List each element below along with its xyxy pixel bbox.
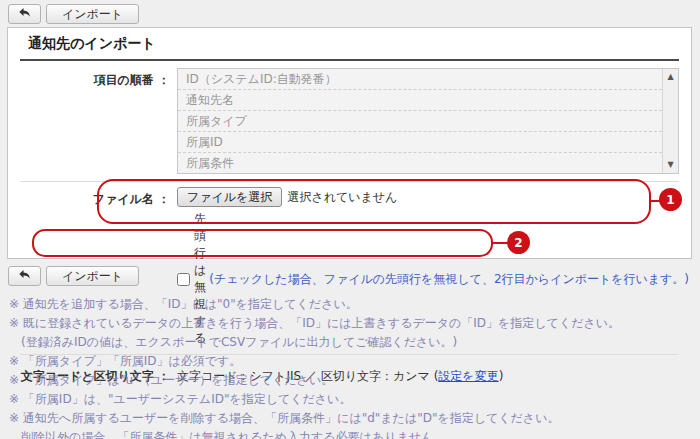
import-button-bottom[interactable]: インポート bbox=[46, 266, 139, 286]
field-order-row: 項目の順番 ： ID（システムID:自動発番） 通知先名 所属タイプ 所属ID … bbox=[8, 68, 691, 174]
ignore-first-row-checkbox[interactable] bbox=[177, 273, 190, 286]
scroll-up-icon[interactable]: ▲ bbox=[663, 72, 678, 82]
field-order-listbox[interactable]: ID（システムID:自動発番） 通知先名 所属タイプ 所属ID 所属条件 ▲ ▼ bbox=[177, 68, 679, 174]
list-item[interactable]: 所属ID bbox=[178, 132, 662, 153]
list-item[interactable]: 所属条件 bbox=[178, 153, 662, 174]
list-item[interactable]: ID（システムID:自動発番） bbox=[178, 69, 662, 90]
field-order-items: ID（システムID:自動発番） 通知先名 所属タイプ 所属ID 所属条件 bbox=[178, 69, 662, 174]
top-toolbar: インポート bbox=[8, 4, 139, 24]
choose-file-button[interactable]: ファイルを選択 bbox=[177, 187, 282, 207]
note-line: ※ 既に登録されているデータの上書きを行う場合、「ID」には上書きするデータの「… bbox=[9, 314, 696, 333]
back-icon bbox=[18, 6, 31, 22]
note-line: 削除以外の場合、「所属条件」は無視されるため入力する必要はありません。 bbox=[9, 428, 696, 439]
ignore-first-row-note: (チェックした場合、ファイルの先頭行を無視して、2行目からインポートを行います。… bbox=[209, 271, 689, 288]
field-order-label: 項目の順番 ： bbox=[20, 68, 170, 174]
page-title: 通知先のインポート bbox=[20, 35, 679, 61]
bottom-toolbar: インポート bbox=[8, 266, 139, 286]
note-line: ※ 通知先を追加する場合、「ID」には"0"を指定してください。 bbox=[9, 295, 696, 314]
back-button[interactable] bbox=[8, 4, 41, 24]
note-line: ※ 「所属ID」は、"ユーザーシステムID"を指定してください。 bbox=[9, 390, 696, 409]
divider bbox=[20, 181, 679, 182]
back-button-bottom[interactable] bbox=[8, 266, 41, 286]
footnotes: ※ 通知先を追加する場合、「ID」には"0"を指定してください。 ※ 既に登録さ… bbox=[9, 295, 696, 439]
note-line: (登録済みIDの値は、エクスポートでCSVファイルに出力してご確認ください。) bbox=[9, 333, 696, 352]
scroll-down-icon[interactable]: ▼ bbox=[663, 160, 678, 170]
note-line: ※ 「所属タイプ」は"u"（ユーザー）を指定してください。 bbox=[9, 371, 696, 390]
list-item[interactable]: 通知先名 bbox=[178, 90, 662, 111]
note-line: ※ 通知先へ所属するユーザーを削除する場合、「所属条件」には"d"または"D"を… bbox=[9, 409, 696, 428]
no-file-selected-text: 選択されていません bbox=[287, 189, 397, 206]
listbox-scrollbar[interactable]: ▲ ▼ bbox=[662, 69, 678, 173]
import-button-top[interactable]: インポート bbox=[46, 4, 139, 24]
note-line: ※ 「所属タイプ」「所属ID」は必須です。 bbox=[9, 352, 696, 371]
back-icon bbox=[18, 268, 31, 284]
import-panel: 通知先のインポート 項目の順番 ： ID（システムID:自動発番） 通知先名 所… bbox=[7, 27, 692, 259]
list-item[interactable]: 所属タイプ bbox=[178, 111, 662, 132]
